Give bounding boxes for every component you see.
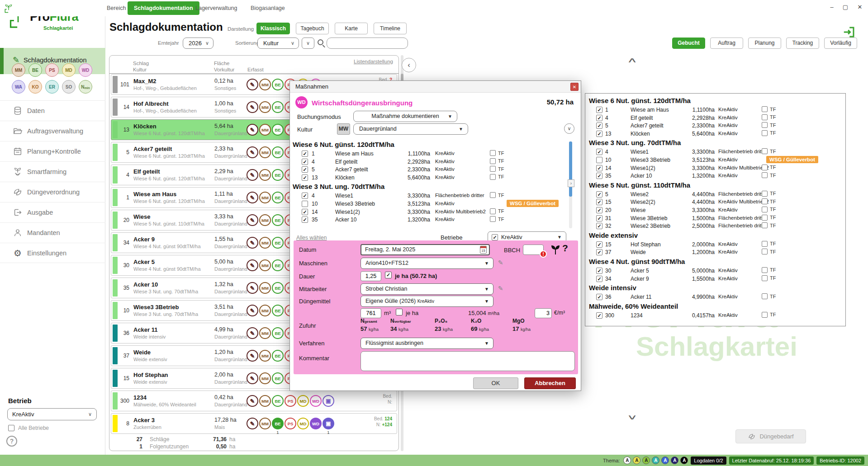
field-list-row[interactable]: 4 Elf geteilt 2,2928ha KreAktiv TF	[589, 114, 845, 122]
field-checkbox[interactable]	[302, 159, 308, 165]
tf-checkbox[interactable]	[490, 174, 496, 180]
tf-checkbox[interactable]	[762, 275, 768, 281]
tf-checkbox[interactable]	[762, 148, 768, 154]
field-list-row[interactable]: 35 Acker 10 1,3200ha KreAktiv TF	[293, 216, 567, 224]
field-list-row[interactable]: 13 Klöcken 5,6400ha KreAktiv TF	[589, 130, 845, 138]
field-checkbox[interactable]	[596, 268, 602, 274]
field-checkbox[interactable]	[596, 173, 602, 179]
edit-measures-icon[interactable]: ✎	[247, 305, 258, 316]
field-checkbox[interactable]	[302, 151, 308, 157]
field-checkbox[interactable]	[596, 312, 602, 319]
tf-checkbox[interactable]	[762, 172, 768, 178]
edit-maschinen-icon[interactable]: ✎	[498, 259, 503, 266]
sidebar-item-duengeverordnung[interactable]: Düngeverordnung	[0, 182, 105, 202]
field-list-row[interactable]: 10 Wiese3 3Betrieb 3,5123ha KreAktiv TF …	[589, 156, 845, 165]
photo-icon[interactable]: ▣	[323, 418, 334, 429]
theme-color-button[interactable]: A	[652, 457, 659, 464]
be-measure-icon[interactable]: BE	[272, 395, 284, 407]
measure-filter-circle[interactable]: BE	[28, 63, 42, 77]
field-list-row[interactable]: 5 Acker7 geteilt 2,3300ha KreAktiv TF	[589, 122, 845, 130]
field-checkbox[interactable]	[596, 207, 602, 213]
kommentar-textarea[interactable]	[360, 351, 575, 371]
field-checkbox[interactable]	[596, 157, 602, 163]
tf-checkbox[interactable]	[762, 312, 768, 318]
be-measure-icon[interactable]: BE	[272, 305, 284, 316]
tf-checkbox[interactable]	[762, 191, 768, 197]
mm-measure-icon[interactable]: MM	[259, 214, 271, 226]
edit-measures-icon[interactable]: ✎	[247, 169, 258, 181]
view-button[interactable]: Karte	[335, 23, 368, 34]
dauer-je-ha-checkbox[interactable]	[385, 272, 392, 278]
status-filter-button[interactable]: Tracking	[786, 38, 819, 49]
edit-measures-icon[interactable]: ✎	[247, 395, 258, 407]
expand-button[interactable]: ∨	[564, 123, 574, 134]
splitter-arrow[interactable]: ›	[568, 179, 574, 187]
be-measure-icon[interactable]: BE	[272, 192, 284, 203]
field-checkbox[interactable]	[596, 191, 602, 198]
wd-measure-icon[interactable]: WD	[310, 418, 322, 429]
field-checkbox[interactable]	[596, 149, 602, 155]
edit-measures-icon[interactable]: ✎	[247, 350, 258, 362]
be-measure-icon[interactable]: BE	[272, 146, 284, 158]
tf-checkbox[interactable]	[490, 150, 496, 156]
theme-color-button[interactable]: A	[633, 457, 640, 464]
betriebe-checkbox[interactable]	[492, 234, 498, 240]
tab-schlagdokumentation[interactable]: Schlagdokumentation	[128, 1, 199, 15]
bbch-plant-icon[interactable]	[550, 244, 560, 255]
field-list-row[interactable]: 10 Wiese3 3Betrieb 3,5123ha KreAktiv TF …	[293, 200, 567, 208]
menge-input[interactable]	[360, 308, 381, 318]
maximize-button[interactable]: ▢	[840, 4, 850, 10]
sidebar-item-smartfarming[interactable]: Smartfarming	[0, 161, 105, 182]
edit-measures-icon[interactable]: ✎	[247, 146, 258, 158]
field-checkbox[interactable]	[596, 131, 602, 137]
view-button[interactable]: Timeline	[374, 23, 407, 34]
edit-measures-icon[interactable]: ✎	[247, 259, 258, 271]
menge-je-ha-checkbox[interactable]	[396, 309, 403, 315]
measure-filter-circle[interactable]: SO	[62, 80, 76, 94]
view-button[interactable]: Klassisch	[256, 23, 290, 34]
mm-measure-icon[interactable]: MM	[259, 259, 271, 271]
buchungsmodus-select[interactable]: Maßnahme dokumentieren▼	[353, 111, 457, 122]
mm-measure-icon[interactable]: MM	[259, 418, 271, 429]
alles-waehlen-link[interactable]: Alles wählen	[296, 235, 327, 241]
table-row[interactable]: 300 1234 Mähweide, 60% Weideanteil 0,42 …	[111, 391, 397, 411]
theme-color-button[interactable]: A	[671, 457, 678, 464]
field-list-row[interactable]: 300 1234 0,4157ha KreAktiv TF	[589, 312, 845, 320]
field-checkbox[interactable]	[596, 107, 602, 113]
abbrechen-button[interactable]: Abbrechen	[524, 377, 576, 389]
field-checkbox[interactable]	[302, 174, 308, 181]
tab-lagerverwaltung[interactable]: Lagerverwaltung	[189, 1, 243, 15]
be-measure-icon[interactable]: BE	[272, 372, 284, 384]
mm-measure-icon[interactable]: MM	[259, 327, 271, 339]
edit-mitarbeiter-icon[interactable]: ✎	[498, 285, 503, 292]
chevron-down-icon[interactable]: ∨	[626, 413, 637, 421]
mm-measure-icon[interactable]: MM	[259, 237, 271, 249]
mw-button[interactable]: MW	[337, 123, 350, 135]
tf-checkbox[interactable]	[762, 222, 768, 228]
field-list-row[interactable]: 1 Wiese am Haus 1,1100ha KreAktiv TF	[589, 106, 845, 114]
field-checkbox[interactable]	[596, 199, 602, 205]
duengebedarf-button[interactable]: Düngebedarf	[735, 429, 806, 443]
chevron-up-icon[interactable]: ∧	[626, 56, 637, 64]
help-icon[interactable]: ?	[6, 436, 17, 447]
status-filter-button[interactable]: Planung	[748, 38, 781, 49]
tf-checkbox[interactable]	[490, 208, 496, 214]
theme-color-button[interactable]: A	[642, 457, 650, 464]
edit-measures-icon[interactable]: ✎	[247, 101, 258, 113]
be-measure-icon[interactable]: BE	[272, 124, 284, 136]
field-checkbox[interactable]	[302, 201, 308, 207]
field-checkbox[interactable]	[596, 223, 602, 229]
field-list-row[interactable]: 34 Acker 9 1,5500ha KreAktiv TF	[589, 275, 845, 283]
tf-checkbox[interactable]	[490, 192, 496, 198]
edit-measures-icon[interactable]: ✎	[247, 282, 258, 294]
field-list-row[interactable]: 15 Wiese2(2) 4,4400ha KreAktiv Multibetr…	[589, 198, 845, 207]
tab-biogasanlage[interactable]: Biogasanlage	[244, 1, 291, 15]
mm-measure-icon[interactable]: MM	[259, 101, 271, 113]
be-measure-icon[interactable]: BE	[272, 418, 284, 429]
close-button[interactable]: ✕	[855, 4, 865, 10]
be-measure-icon[interactable]: BE	[272, 282, 284, 294]
md-measure-icon[interactable]: MD	[297, 418, 309, 429]
datum-input[interactable]: Freitag, 2. Mai 202515	[360, 244, 490, 255]
mm-measure-icon[interactable]: MM	[259, 395, 271, 407]
field-list-row[interactable]: 32 Wiese2 3Betrieb 2,5000ha Flächenbetri…	[589, 222, 845, 231]
